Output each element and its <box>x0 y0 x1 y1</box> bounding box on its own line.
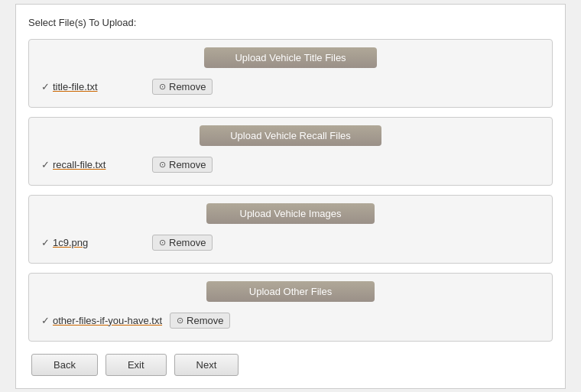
section-button-images[interactable]: Upload Vehicle Images <box>206 203 375 224</box>
remove-label: Remove <box>187 315 223 326</box>
remove-label: Remove <box>169 237 206 248</box>
file-check-icon: ✓ <box>41 315 50 326</box>
file-row: ✓recall-file.txt⊙Remove <box>29 154 552 176</box>
sections-container: Upload Vehicle Title Files✓title-file.tx… <box>28 39 553 342</box>
remove-icon: ⊙ <box>159 238 166 248</box>
section-button-other[interactable]: Upload Other Files <box>206 281 375 302</box>
exit-button[interactable]: Exit <box>105 354 167 376</box>
section-header-images: Upload Vehicle Images <box>29 196 552 232</box>
file-name: other-files-if-you-have.txt <box>53 315 162 326</box>
remove-button[interactable]: ⊙Remove <box>152 157 213 173</box>
remove-icon: ⊙ <box>177 316 183 326</box>
file-row: ✓other-files-if-you-have.txt⊙Remove <box>29 309 552 332</box>
remove-icon: ⊙ <box>159 82 166 92</box>
remove-button[interactable]: ⊙Remove <box>152 235 213 251</box>
file-check-icon: ✓ <box>41 81 50 92</box>
file-row: ✓1c9.png⊙Remove <box>29 232 552 254</box>
dialog-title: Select File(s) To Upload: <box>28 17 553 28</box>
file-check-icon: ✓ <box>41 159 50 170</box>
remove-icon: ⊙ <box>159 160 166 170</box>
upload-section-other: Upload Other Files✓other-files-if-you-ha… <box>28 273 553 342</box>
remove-label: Remove <box>169 81 206 92</box>
file-check-icon: ✓ <box>41 237 50 248</box>
file-name: 1c9.png <box>53 237 144 248</box>
section-button-title[interactable]: Upload Vehicle Title Files <box>204 47 376 68</box>
footer: Back Exit Next <box>28 354 553 376</box>
back-button[interactable]: Back <box>31 354 98 376</box>
upload-section-title: Upload Vehicle Title Files✓title-file.tx… <box>28 39 553 108</box>
section-header-recall: Upload Vehicle Recall Files <box>29 118 552 154</box>
file-name: title-file.txt <box>53 81 144 92</box>
section-header-other: Upload Other Files <box>29 274 552 309</box>
upload-dialog: Select File(s) To Upload: Upload Vehicle… <box>15 4 566 389</box>
next-button[interactable]: Next <box>174 354 239 376</box>
file-name: recall-file.txt <box>53 159 144 170</box>
remove-label: Remove <box>169 159 206 170</box>
file-row: ✓title-file.txt⊙Remove <box>29 76 552 98</box>
remove-button[interactable]: ⊙Remove <box>170 313 230 329</box>
upload-section-images: Upload Vehicle Images✓1c9.png⊙Remove <box>28 195 553 264</box>
upload-section-recall: Upload Vehicle Recall Files✓recall-file.… <box>28 117 553 186</box>
section-button-recall[interactable]: Upload Vehicle Recall Files <box>200 125 381 146</box>
section-header-title: Upload Vehicle Title Files <box>29 40 552 76</box>
remove-button[interactable]: ⊙Remove <box>152 79 213 95</box>
